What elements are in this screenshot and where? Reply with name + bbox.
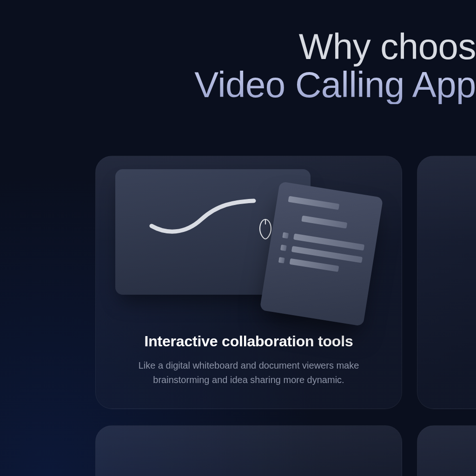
hero-line-2: Video Calling App <box>194 66 476 104</box>
card-description-fragment: W ch <box>440 333 476 362</box>
card-title: Interactive collaboration tools <box>118 333 379 350</box>
card-text-block: W ch <box>417 305 476 362</box>
feature-cards-row: Interactive collaboration tools Like a d… <box>95 156 476 409</box>
card-illustration <box>96 156 402 305</box>
hero-line-1: Why choos <box>194 28 476 66</box>
feature-cards-row-2 <box>95 425 476 476</box>
feature-card-below-right[interactable] <box>417 425 476 476</box>
feature-card-collaboration[interactable]: Interactive collaboration tools Like a d… <box>95 156 402 409</box>
card-illustration <box>417 156 476 305</box>
feature-card-below-left[interactable] <box>95 425 402 476</box>
feature-card-partial[interactable]: W ch <box>417 156 476 409</box>
document-panel-icon <box>259 181 383 326</box>
card-description: Like a digital whiteboard and document v… <box>119 358 379 387</box>
hero-heading: Why choos Video Calling App <box>194 28 476 104</box>
freehand-stroke-icon <box>148 197 259 239</box>
